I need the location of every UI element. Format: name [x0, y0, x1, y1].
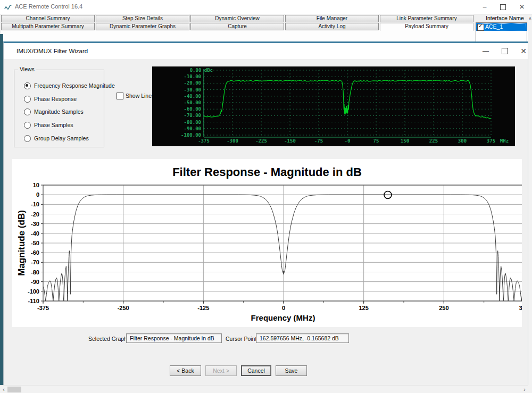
show-linear-checkbox[interactable]: Show Linear S: [117, 92, 152, 99]
svg-text:0: 0: [282, 305, 285, 311]
radio-label: Phase Samples: [34, 122, 73, 128]
svg-text:-30.00: -30.00: [184, 87, 201, 93]
svg-text:-300: -300: [227, 138, 238, 144]
tab-content-area: [1, 30, 528, 42]
radio-button-icon[interactable]: [24, 135, 31, 142]
svg-text:300: 300: [458, 138, 467, 144]
wizard-minimize-button[interactable]: —: [478, 45, 494, 57]
svg-text:-375: -375: [37, 305, 49, 311]
scroll-right-icon[interactable]: ›: [522, 386, 527, 393]
svg-text:-20.00: -20.00: [184, 80, 201, 86]
svg-text:-80.00: -80.00: [184, 120, 201, 125]
interface-name-header: Interface Name: [486, 15, 524, 21]
interface-checkbox[interactable]: ✓: [477, 24, 484, 31]
tab-activity-log[interactable]: Activity Log: [285, 23, 379, 30]
svg-text:-50.00: -50.00: [184, 100, 201, 105]
scroll-up-icon[interactable]: ∧: [528, 15, 532, 22]
main-window-title: ACE Remote Control 16.4: [15, 3, 82, 10]
svg-text:0: 0: [36, 191, 39, 198]
radio-button-icon[interactable]: [24, 82, 31, 89]
svg-text:-10.00: -10.00: [184, 74, 201, 79]
svg-text:-225: -225: [255, 138, 267, 144]
save-button[interactable]: Save: [276, 365, 307, 376]
cancel-button[interactable]: Cancel: [241, 365, 271, 376]
svg-text:-90: -90: [31, 279, 39, 285]
checkbox-icon[interactable]: [117, 93, 123, 99]
scroll-thumb[interactable]: [7, 387, 21, 392]
app-icon: [4, 3, 12, 10]
filter-chart-panel[interactable]: Filter Response - Magnitude in dB Magnit…: [12, 159, 522, 327]
svg-text:10: 10: [33, 182, 39, 188]
selected-graph-field[interactable]: Filter Response - Magnitude in dB: [126, 333, 222, 343]
tab-file-manager[interactable]: File Manager: [285, 15, 379, 22]
radio-button-icon[interactable]: [24, 108, 31, 115]
svg-text:-30: -30: [31, 221, 39, 227]
svg-text:-10: -10: [31, 201, 39, 207]
svg-text:-75: -75: [314, 138, 323, 144]
spectrum-plot: 0.00 dBc-10.00-20.00-30.00-40.00-50.00-6…: [152, 66, 515, 146]
svg-text:0.00 dBc: 0.00 dBc: [190, 68, 213, 73]
radio-label: Phase Response: [34, 96, 77, 102]
svg-text:-0: -0: [345, 138, 351, 144]
checkbox-label: Show Linear S: [126, 93, 152, 99]
svg-text:-100.00: -100.00: [181, 132, 201, 138]
svg-text:-375: -375: [198, 138, 210, 144]
check-icon: ✓: [478, 23, 483, 29]
wizard-title: IMUX/OMUX Filter Wizard: [16, 48, 88, 54]
horizontal-scrollbar[interactable]: ‹ ›: [0, 385, 528, 393]
svg-text:75: 75: [373, 138, 379, 144]
tab-multipath-parameter-summary[interactable]: Multipath Parameter Summary: [1, 23, 95, 30]
svg-text:-80: -80: [31, 269, 39, 275]
selected-graph-label: Selected Graph:: [88, 336, 129, 342]
svg-text:375: 375: [519, 305, 522, 311]
scroll-left-icon[interactable]: ‹: [1, 386, 6, 393]
svg-text:-110: -110: [28, 298, 39, 304]
svg-text:375: 375: [487, 138, 495, 144]
svg-text:-70: -70: [31, 259, 39, 265]
interface-list[interactable]: ✓ ACE_1: [476, 22, 527, 42]
tab-payload-summary[interactable]: Payload Summary: [380, 23, 473, 31]
spectrum-display: 0.00 dBc-10.00-20.00-30.00-40.00-50.00-6…: [152, 66, 515, 146]
cursor-point-field[interactable]: 162.597656 MHz, -0.165682 dB: [256, 333, 349, 343]
interface-list-item[interactable]: ✓ ACE_1: [476, 23, 527, 31]
cursor-point-label: Cursor Point:: [226, 336, 258, 342]
tab-step-size-details[interactable]: Step Size Details: [96, 15, 189, 22]
tab-dynamic-overview[interactable]: Dynamic Overview: [190, 15, 284, 22]
radio-label: Frequency Response Magnitude: [34, 82, 115, 89]
wizard-close-button[interactable]: ✕: [516, 45, 531, 57]
svg-text:-60.00: -60.00: [184, 106, 201, 112]
radio-button-icon[interactable]: [24, 96, 31, 103]
wizard-dialog: IMUX/OMUX Filter Wizard — ✕ Views Freque…: [3, 41, 528, 387]
back-button[interactable]: < Back: [170, 365, 201, 376]
wizard-titlebar: IMUX/OMUX Filter Wizard — ✕: [4, 43, 528, 59]
radio-button-icon[interactable]: [24, 122, 31, 129]
svg-text:150: 150: [401, 138, 409, 144]
main-close-button[interactable]: ✕: [514, 1, 530, 13]
svg-text:-125: -125: [197, 305, 209, 311]
vertical-scrollbar[interactable]: ∧: [528, 15, 532, 393]
main-window-titlebar: ACE Remote Control 16.4 – ✕: [0, 0, 532, 14]
views-groupbox-label: Views: [18, 66, 36, 72]
svg-text:125: 125: [359, 305, 368, 311]
svg-text:-100: -100: [28, 288, 39, 295]
tab-capture[interactable]: Capture: [190, 23, 284, 30]
main-minimize-button[interactable]: –: [477, 1, 493, 13]
filter-plot[interactable]: 100-10-20-30-40-50-60-70-80-90-100-110-3…: [12, 159, 522, 327]
interface-item-label: ACE_1: [485, 23, 503, 30]
tab-channel-summary[interactable]: Channel Summary: [1, 15, 95, 22]
svg-text:-60: -60: [31, 249, 39, 256]
radio-label: Magnitude Samples: [34, 108, 84, 115]
next-button[interactable]: Next >: [205, 365, 237, 376]
tab-dynamic-parameter-graphs[interactable]: Dynamic Parameter Graphs: [96, 23, 189, 30]
svg-text:-90.00: -90.00: [184, 126, 201, 131]
svg-text:-70.00: -70.00: [184, 113, 201, 118]
svg-text:-50: -50: [31, 240, 39, 246]
svg-text:-150: -150: [284, 138, 296, 144]
main-maximize-button[interactable]: [500, 4, 506, 10]
svg-text:-40.00: -40.00: [184, 94, 201, 99]
wizard-maximize-button[interactable]: [502, 48, 508, 54]
tab-link-parameter-summary[interactable]: Link Parameter Summary: [380, 15, 473, 22]
svg-text:-40: -40: [31, 230, 39, 237]
svg-text:-20: -20: [31, 211, 39, 218]
views-groupbox: Views Frequency Response Magnitude Phase…: [14, 70, 104, 147]
